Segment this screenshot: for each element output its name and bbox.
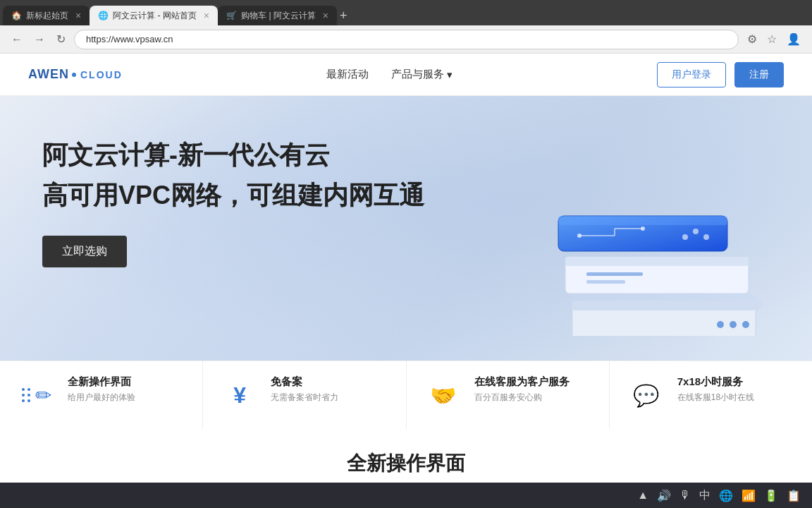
feature-card-3: 💬 7x18小时服务 在线客服18小时在线 — [610, 361, 812, 429]
navbar: AWEN CLOUD 最新活动 产品与服务 ▾ 用户登录 注册 — [0, 54, 812, 96]
feature-desc-0: 给用户最好的体验 — [68, 392, 135, 404]
feature-cards: ✏ 全新操作界面 给用户最好的体验 ¥ 免备案 无需备案省时省力 🤝 在线客服为… — [0, 361, 812, 429]
nav-activities[interactable]: 最新活动 — [326, 68, 369, 81]
logo: AWEN CLOUD — [28, 67, 123, 82]
taskbar-volume-icon[interactable]: 🔊 — [657, 489, 671, 502]
address-input[interactable] — [74, 30, 739, 49]
feature-card-1: ¥ 免备案 无需备案省时省力 — [203, 361, 406, 429]
tab-newtab[interactable]: 🏠 新标起始页 × — [3, 6, 90, 25]
tab-label-3: 购物车 | 阿文云计算 — [241, 10, 316, 22]
hero-section: 阿文云计算-新一代公有云 高可用VPC网络，可组建内网互通 立即选购 — [0, 96, 812, 361]
login-button[interactable]: 用户登录 — [657, 62, 726, 87]
taskbar-network-icon[interactable]: 🌐 — [719, 489, 733, 502]
tab-cart[interactable]: 🛒 购物车 | 阿文云计算 × — [218, 6, 337, 25]
tab-close-0[interactable]: × — [75, 10, 81, 21]
feature-text-1: 免备案 无需备案省时省力 — [271, 375, 338, 404]
tab-close-1[interactable]: × — [204, 10, 209, 21]
feature-text-2: 在线客服为客户服务 百分百服务安心购 — [474, 375, 570, 404]
svg-point-5 — [742, 321, 749, 328]
taskbar: ▲ 🔊 🎙 中 🌐 📶 🔋 📋 — [0, 483, 812, 508]
section-heading: 全新操作界面 — [0, 429, 812, 483]
logo-dot — [72, 73, 76, 77]
feature-title-3: 7x18小时服务 — [677, 375, 754, 389]
feature-desc-2: 百分百服务安心购 — [474, 392, 570, 404]
tab-label: 新标起始页 — [26, 10, 68, 22]
taskbar-up-icon[interactable]: ▲ — [637, 489, 648, 502]
nav-products[interactable]: 产品与服务 ▾ — [391, 68, 453, 81]
nav-actions: 用户登录 注册 — [657, 62, 784, 87]
feature-card-0: ✏ 全新操作界面 给用户最好的体验 — [0, 361, 203, 429]
hero-cta-button[interactable]: 立即选购 — [42, 236, 127, 267]
feature-text-3: 7x18小时服务 在线客服18小时在线 — [677, 375, 754, 404]
feature-card-2: 🤝 在线客服为客户服务 百分百服务安心购 — [407, 361, 610, 429]
tab-label-2: 阿文云计算 - 网站首页 — [113, 10, 197, 22]
feature-desc-3: 在线客服18小时在线 — [677, 392, 754, 404]
feature-title-0: 全新操作界面 — [68, 375, 135, 389]
taskbar-battery-icon[interactable]: 🔋 — [764, 489, 778, 502]
feature-title-1: 免备案 — [271, 375, 338, 389]
logo-awen-text: AWEN — [28, 67, 69, 82]
tab-close-2[interactable]: × — [323, 10, 328, 21]
handshake-icon: 🤝 — [430, 383, 456, 408]
feature-text-0: 全新操作界面 给用户最好的体验 — [68, 375, 135, 404]
pencil-icon: ✏ — [35, 384, 51, 407]
new-tab-button[interactable]: + — [340, 6, 347, 25]
tab-icon-2: 🌐 — [98, 11, 109, 20]
bookmark-button[interactable]: ☆ — [764, 30, 780, 49]
dots-icon — [22, 388, 30, 402]
browser-actions: ⚙ ☆ 👤 — [744, 30, 804, 49]
extension-button[interactable]: ⚙ — [744, 30, 760, 49]
feature-desc-1: 无需备案省时省力 — [271, 392, 338, 404]
taskbar-clipboard-icon[interactable]: 📋 — [787, 489, 801, 502]
website-content: AWEN CLOUD 最新活动 产品与服务 ▾ 用户登录 注册 阿文云计算-新一… — [0, 54, 812, 483]
feature-icon-0: ✏ — [17, 375, 56, 415]
feature-icon-1: ¥ — [220, 375, 259, 415]
feature-icon-3: 💬 — [627, 375, 666, 415]
nav-links: 最新活动 产品与服务 ▾ — [326, 68, 453, 81]
tab-home[interactable]: 🌐 阿文云计算 - 网站首页 × — [90, 6, 218, 25]
feature-title-2: 在线客服为客户服务 — [474, 375, 570, 389]
svg-point-3 — [717, 321, 724, 328]
logo-cloud-text: CLOUD — [80, 69, 123, 80]
back-button[interactable]: ← — [8, 30, 25, 49]
forward-button[interactable]: → — [31, 30, 48, 49]
hero-title-2: 高可用VPC网络，可组建内网互通 — [42, 179, 770, 213]
svg-rect-2 — [572, 301, 756, 310]
hero-title-1: 阿文云计算-新一代公有云 — [42, 138, 770, 173]
svg-rect-9 — [586, 280, 625, 284]
chat-icon: 💬 — [633, 383, 659, 408]
address-bar-row: ← → ↻ ⚙ ☆ 👤 — [0, 25, 812, 54]
svg-rect-8 — [586, 272, 643, 276]
yen-icon: ¥ — [233, 382, 246, 409]
taskbar-mic-icon[interactable]: 🎙 — [679, 489, 691, 502]
feature-icon-2: 🤝 — [424, 375, 463, 415]
chevron-down-icon: ▾ — [447, 68, 453, 81]
profile-button[interactable]: 👤 — [784, 30, 804, 49]
hero-content: 阿文云计算-新一代公有云 高可用VPC网络，可组建内网互通 立即选购 — [0, 96, 812, 267]
tab-icon-3: 🛒 — [226, 11, 237, 20]
taskbar-ime-icon[interactable]: 中 — [699, 488, 710, 503]
taskbar-wifi-icon[interactable]: 📶 — [742, 489, 756, 502]
svg-point-4 — [730, 321, 737, 328]
tab-bar: 🏠 新标起始页 × 🌐 阿文云计算 - 网站首页 × 🛒 购物车 | 阿文云计算… — [0, 0, 812, 25]
register-button[interactable]: 注册 — [734, 62, 784, 87]
refresh-button[interactable]: ↻ — [54, 30, 68, 49]
tab-icon: 🏠 — [11, 11, 22, 20]
